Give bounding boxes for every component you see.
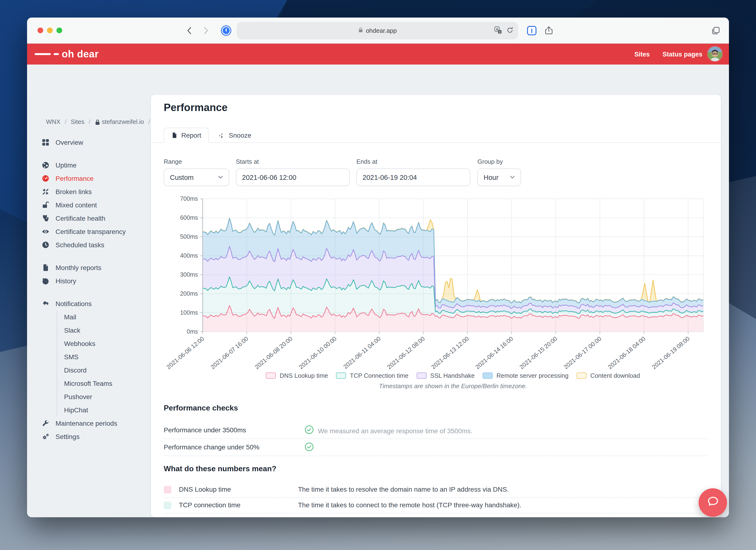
1password-icon[interactable]: [221, 18, 232, 44]
back-icon[interactable]: [187, 18, 192, 44]
browser-toolbar: ohdear.app Ax I: [27, 18, 729, 44]
legend-item-dns-lookup-time: DNS Lookup time: [266, 372, 328, 379]
legend-item-content-download: Content download: [577, 372, 640, 379]
legend-swatch: [416, 373, 426, 379]
eye-icon: [42, 228, 49, 235]
sidebar-subitem-pushover[interactable]: Pushover: [64, 390, 153, 403]
metric-color-swatch: [164, 502, 171, 509]
sidebar-subitem-microsoft-teams[interactable]: Microsoft Teams: [64, 377, 153, 390]
legend-item-tcp-connection-time: TCP Connection time: [336, 372, 409, 379]
range-select[interactable]: Custom: [164, 168, 229, 186]
breadcrumb-item-wnx[interactable]: WNX: [46, 118, 61, 125]
legend-swatch: [336, 373, 346, 379]
sidebar-item-certificate-transparency[interactable]: Certificate transparency: [42, 225, 153, 238]
sidebar-item-settings[interactable]: Settings: [42, 430, 153, 443]
svg-text:2021-06-18 04:00: 2021-06-18 04:00: [607, 335, 647, 370]
nav-sites-link[interactable]: Sites: [634, 51, 650, 58]
ohdear-logo[interactable]: oh dear: [35, 48, 99, 60]
fullscreen-window-button[interactable]: [56, 28, 62, 33]
sidebar-item-label: Monthly reports: [56, 264, 101, 271]
sidebar-subitem-discord[interactable]: Discord: [64, 364, 153, 377]
sidebar-item-performance[interactable]: Performance: [42, 172, 153, 185]
svg-text:2021-06-07 16:00: 2021-06-07 16:00: [209, 335, 249, 370]
logo-dash-short: [54, 53, 59, 55]
app-header: oh dear Sites Status pages: [27, 44, 729, 65]
sidebar-item-notifications[interactable]: Notifications: [42, 297, 153, 310]
tls-lock-icon: [358, 27, 363, 34]
reload-icon[interactable]: [506, 26, 513, 35]
sidebar-subitem-mail[interactable]: Mail: [64, 310, 153, 324]
nav-status-pages-link[interactable]: Status pages: [663, 51, 702, 58]
tab-bar: Report zzz Snooze: [151, 128, 721, 143]
svg-text:500ms: 500ms: [180, 233, 198, 240]
sidebar-item-history[interactable]: History: [42, 274, 153, 288]
tab-snooze[interactable]: zzz Snooze: [212, 128, 258, 143]
svg-text:x: x: [499, 30, 500, 33]
sidebar-item-maintenance-periods[interactable]: Maintenance periods: [42, 417, 153, 430]
sidebar-item-broken-links[interactable]: Broken links: [42, 185, 153, 198]
svg-text:2021-06-11 04:00: 2021-06-11 04:00: [342, 335, 382, 370]
tab-report[interactable]: Report: [164, 128, 209, 143]
sidebar: OverviewUptimePerformanceBroken linksMix…: [42, 136, 153, 453]
sidebar-group: NotificationsMailSlackWebhooksSMSDiscord…: [42, 297, 153, 443]
sidebar-group: Overview: [42, 136, 153, 149]
minimize-window-button[interactable]: [47, 28, 53, 33]
1password-extension-icon[interactable]: I: [527, 18, 537, 44]
grid-icon: [42, 139, 49, 146]
sidebar-subitem-slack[interactable]: Slack: [64, 324, 153, 337]
chevron-down-icon: [218, 176, 223, 179]
tabs-overview-icon[interactable]: [711, 18, 720, 44]
url-text: ohdear.app: [366, 27, 397, 34]
sidebar-item-label: Scheduled tasks: [56, 241, 104, 249]
site-lock-icon: [95, 119, 100, 125]
check-row-performance-under-3500ms: Performance under 3500msWe measured an a…: [164, 422, 708, 439]
sidebar-item-overview[interactable]: Overview: [42, 136, 153, 149]
sidebar-item-mixed-content[interactable]: Mixed content: [42, 198, 153, 212]
sidebar-item-uptime[interactable]: Uptime: [42, 158, 153, 172]
legend-swatch: [266, 373, 276, 379]
sidebar-subitem-webhooks[interactable]: Webhooks: [64, 337, 153, 350]
tab-report-label: Report: [181, 131, 201, 139]
address-bar[interactable]: ohdear.app Ax: [237, 22, 518, 39]
browser-window: ohdear.app Ax I: [27, 18, 729, 517]
sidebar-item-certificate-health[interactable]: Certificate health: [42, 212, 153, 225]
meanings-heading: What do these numbers mean?: [164, 465, 276, 473]
clock-icon: [42, 241, 49, 249]
ends-at-input[interactable]: 2021-06-19 20:04: [356, 168, 470, 186]
sidebar-subitem-sms[interactable]: SMS: [64, 350, 153, 364]
brand-text: oh dear: [62, 48, 99, 60]
sidebar-item-label: Settings: [56, 433, 79, 440]
translate-icon[interactable]: Ax: [494, 26, 502, 35]
breadcrumb-item-stefanzweifel-io[interactable]: stefanzweifel.io: [95, 118, 144, 125]
metric-description: The time it takes to connect to the remo…: [298, 501, 521, 509]
svg-text:0ms: 0ms: [187, 328, 198, 335]
starts-at-input[interactable]: 2021-06-06 12:00: [236, 168, 350, 186]
sidebar-item-label: Certificate health: [56, 214, 105, 222]
chart-legend: DNS Lookup timeTCP Connection timeSSL Ha…: [203, 372, 703, 379]
share-icon[interactable]: [544, 18, 553, 44]
range-value: Custom: [170, 173, 194, 181]
breadcrumb-item-sites[interactable]: Sites: [71, 118, 84, 125]
legend-item-ssl-handshake: SSL Handshake: [416, 372, 475, 379]
check-row-performance-change-under-50-: Performance change under 50%: [164, 439, 708, 456]
meaning-row-tcp-connection-time: TCP connection timeThe time it takes to …: [164, 498, 708, 513]
close-window-button[interactable]: [37, 28, 43, 33]
metric-label: DNS Lookup time: [179, 485, 231, 493]
chart-canvas: 0ms100ms200ms300ms400ms500ms600ms700ms20…: [151, 190, 721, 380]
group-by-select[interactable]: Hour: [477, 168, 521, 186]
sidebar-item-scheduled-tasks[interactable]: Scheduled tasks: [42, 238, 153, 252]
sidebar-item-label: Overview: [56, 139, 83, 146]
sidebar-group: UptimePerformanceBroken linksMixed conte…: [42, 158, 153, 252]
forward-icon[interactable]: [204, 18, 209, 44]
avatar[interactable]: [708, 47, 722, 61]
sidebar-item-monthly-reports[interactable]: Monthly reports: [42, 261, 153, 274]
chat-fab-button[interactable]: [699, 488, 727, 517]
gauge-icon: [42, 175, 49, 182]
sidebar-item-label: History: [56, 277, 76, 285]
sidebar-subgroup-notifications: MailSlackWebhooksSMSDiscordMicrosoft Tea…: [56, 310, 153, 417]
svg-text:600ms: 600ms: [180, 214, 198, 221]
sidebar-subitem-hipchat[interactable]: HipChat: [64, 403, 153, 417]
sidebar-item-label: Broken links: [56, 188, 92, 196]
range-label: Range: [164, 158, 229, 165]
breadcrumb-separator: /: [65, 118, 66, 125]
